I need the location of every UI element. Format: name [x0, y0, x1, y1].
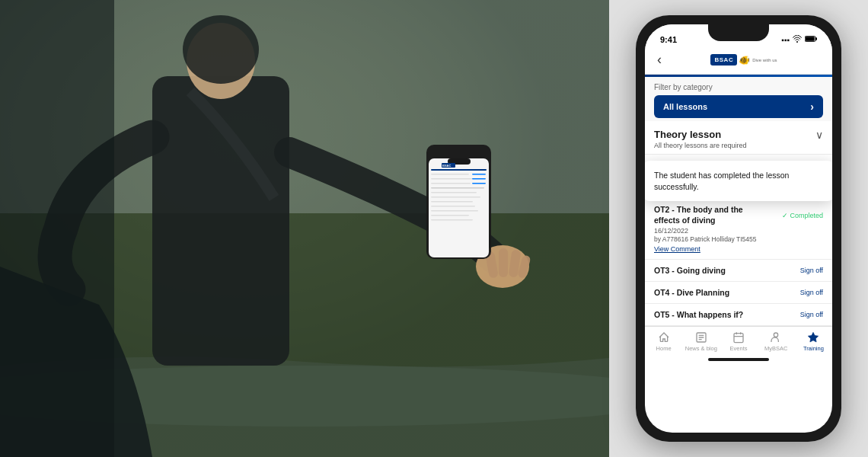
- svg-point-7: [183, 15, 259, 84]
- right-panel: 9:41 ▪▪▪: [609, 0, 868, 457]
- lesson-ot2-by: by A778616 Patrick Holliday TI5455: [654, 235, 823, 243]
- all-lessons-button[interactable]: All lessons ›: [654, 95, 823, 118]
- nav-item-training[interactable]: Training: [795, 331, 832, 352]
- training-star-icon: [807, 331, 819, 344]
- filter-section: Filter by category All lessons ›: [645, 77, 832, 121]
- svg-rect-28: [431, 210, 478, 212]
- svg-rect-14: [429, 158, 489, 257]
- wifi-icon: [793, 35, 802, 44]
- bsac-logo-text: BSAC: [710, 54, 737, 66]
- signal-icon: ▪▪▪: [781, 36, 790, 44]
- logo-fish-icon: 🐠: [739, 55, 750, 66]
- svg-rect-42: [734, 334, 743, 343]
- theory-header: Theory lesson All theory lessons are req…: [654, 129, 823, 149]
- svg-rect-17: [431, 174, 469, 175]
- lesson-ot5-header: OT5 - What happens if? Sign off: [654, 310, 823, 319]
- home-icon: [658, 331, 670, 344]
- nav-item-mybsac[interactable]: MyBSAC: [758, 331, 795, 352]
- lesson-item-ot2: OT2 - The body and the effects of diving…: [645, 196, 832, 260]
- lesson-item-ot3: OT3 - Going diving Sign off: [645, 260, 832, 282]
- svg-rect-30: [431, 219, 473, 221]
- lesson-item-ot5: OT5 - What happens if? Sign off: [645, 304, 832, 326]
- theory-section: Theory lesson All theory lessons are req…: [645, 121, 832, 155]
- svg-text:BSAC: BSAC: [442, 164, 451, 168]
- lesson-ot2-name: OT2 - The body and the effects of diving: [654, 205, 764, 225]
- svg-rect-33: [0, 0, 114, 457]
- tooltip-popup: The student has completed the lesson suc…: [645, 161, 832, 201]
- bsac-logo: BSAC 🐠 Dive with us: [710, 54, 777, 66]
- svg-rect-26: [431, 201, 473, 203]
- status-time: 9:41: [660, 35, 677, 44]
- svg-rect-36: [815, 37, 817, 40]
- lesson-item-ot4: OT4 - Dive Planning Sign off: [645, 282, 832, 304]
- lesson-ot5-status[interactable]: Sign off: [800, 311, 823, 318]
- lesson-ot3-name: OT3 - Going diving: [654, 266, 726, 275]
- lesson-ot2-header: OT2 - The body and the effects of diving…: [654, 205, 823, 225]
- svg-rect-27: [431, 206, 475, 207]
- lesson-ot4-status[interactable]: Sign off: [800, 289, 823, 296]
- mybsac-icon: [770, 331, 782, 344]
- phone-notch: [708, 24, 769, 41]
- phone-screen: 9:41 ▪▪▪: [645, 24, 832, 433]
- lesson-ot3-status[interactable]: Sign off: [800, 267, 823, 274]
- svg-rect-29: [431, 215, 469, 216]
- nav-item-events[interactable]: Events: [720, 331, 757, 352]
- nav-item-news[interactable]: News & blog: [682, 331, 720, 352]
- lesson-ot4-header: OT4 - Dive Planning Sign off: [654, 288, 823, 297]
- svg-rect-10: [499, 248, 508, 277]
- svg-rect-37: [806, 37, 815, 40]
- svg-rect-25: [431, 197, 480, 198]
- bottom-nav: Home News & blog: [645, 326, 832, 355]
- events-icon: [732, 331, 745, 344]
- theory-subtitle: All theory lessons are required: [654, 142, 747, 149]
- lesson-ot2-status: ✓ Completed: [782, 212, 823, 219]
- lessons-list: OD1 - Introduction ✓ Completed 05/12/202…: [645, 155, 832, 326]
- lesson-item-od1: OD1 - Introduction ✓ Completed 05/12/202…: [645, 155, 832, 196]
- photo-background: BSAC: [0, 0, 609, 457]
- lesson-ot2-view-comment[interactable]: View Comment: [654, 245, 823, 253]
- photo-diver: BSAC: [0, 0, 609, 457]
- lesson-ot5-name: OT5 - What happens if?: [654, 310, 743, 319]
- svg-rect-22: [472, 183, 486, 184]
- svg-rect-23: [431, 187, 484, 189]
- svg-rect-20: [472, 178, 486, 180]
- chevron-down-icon[interactable]: ∨: [815, 129, 823, 141]
- lesson-ot4-name: OT4 - Dive Planning: [654, 288, 729, 297]
- chevron-right-icon: ›: [810, 101, 814, 113]
- nav-news-label: News & blog: [685, 345, 717, 352]
- svg-rect-21: [431, 183, 471, 184]
- svg-rect-18: [472, 174, 486, 175]
- filter-label: Filter by category: [654, 83, 823, 91]
- nav-item-home[interactable]: Home: [645, 331, 682, 352]
- svg-point-34: [796, 41, 798, 43]
- theory-title: Theory lesson: [654, 129, 747, 140]
- lesson-ot2-date: 16/12/2022: [654, 227, 823, 235]
- status-icons: ▪▪▪: [781, 35, 817, 44]
- news-icon: [695, 331, 707, 344]
- nav-events-label: Events: [730, 345, 748, 352]
- svg-rect-19: [431, 178, 473, 180]
- nav-home-label: Home: [656, 345, 672, 352]
- home-indicator: [708, 358, 769, 361]
- battery-icon: [805, 35, 817, 44]
- svg-rect-24: [431, 192, 477, 193]
- lesson-ot3-header: OT3 - Going diving Sign off: [654, 266, 823, 275]
- nav-mybsac-label: MyBSAC: [764, 345, 787, 352]
- svg-point-46: [774, 333, 778, 337]
- svg-marker-47: [809, 333, 819, 343]
- nav-training-label: Training: [803, 345, 824, 352]
- svg-rect-16: [431, 169, 487, 171]
- theory-info: Theory lesson All theory lessons are req…: [654, 129, 747, 149]
- app-header: ‹ BSAC 🐠 Dive with us: [645, 47, 832, 75]
- phone-mockup: 9:41 ▪▪▪: [636, 15, 841, 442]
- all-lessons-label: All lessons: [663, 102, 707, 111]
- logo-tagline: Dive with us: [752, 58, 777, 62]
- back-button[interactable]: ‹: [657, 52, 662, 68]
